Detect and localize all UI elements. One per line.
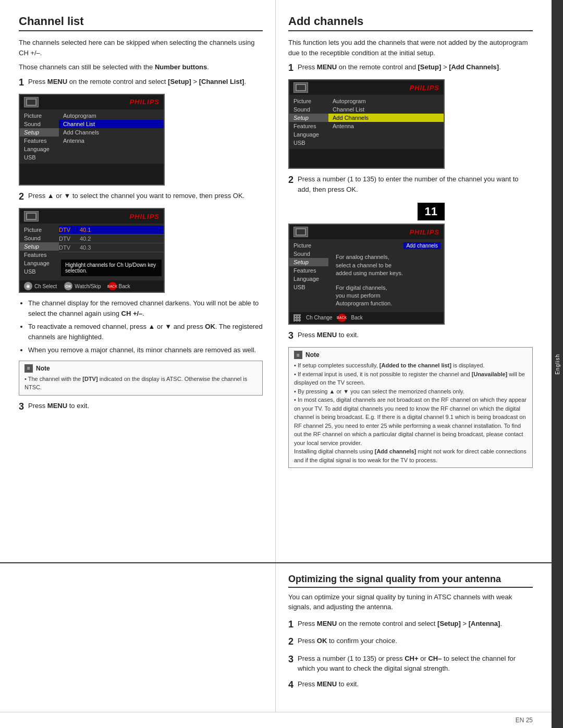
tv-icon-1 <box>24 97 39 107</box>
ch-select-label: Ch Select <box>34 283 57 289</box>
back-label-1: Back <box>119 283 130 289</box>
opt-step1: 1 Press MENU on the remote control and s… <box>288 619 533 631</box>
tv-menu-add-2: Picture Sound Setup Features Language US… <box>289 239 444 312</box>
add2-menu-language: Language <box>289 275 328 283</box>
opt-step2: 2 Press OK to confirm your choice. <box>288 636 533 648</box>
note-header-2: ≡ Note <box>294 351 527 359</box>
opt-step4: 4 Press MENU to exit. <box>288 679 533 691</box>
menu-item-features-2: Features <box>20 251 59 259</box>
two-columns: Channel list The channels selected here … <box>0 0 552 562</box>
add2-menu-sound: Sound <box>289 250 328 258</box>
tv-icon-2 <box>24 211 39 221</box>
tv-screen-add-1: PHILIPS Picture Sound Setup Features Lan… <box>288 79 445 169</box>
svg-rect-5 <box>297 85 305 90</box>
tv-menu-add-1: Picture Sound Setup Features Language US… <box>289 95 444 149</box>
add-menu-sound: Sound <box>289 105 328 114</box>
philips-logo-add-1: PHILIPS <box>409 84 439 92</box>
philips-logo-add-2: PHILIPS <box>409 228 439 236</box>
note-text-2: • If setup completes successfully, [Adde… <box>294 361 527 464</box>
step1-block: 1 Press MENU on the remote control and s… <box>19 77 263 89</box>
note-label-1: Note <box>36 365 50 372</box>
menu-item-setup-1: Setup <box>20 128 59 137</box>
step3-block-left: 3 Press MENU to exit. <box>19 401 263 413</box>
add-step1-text: Press MENU on the remote control and [Se… <box>298 62 533 72</box>
add-right-antenna: Antenna <box>328 122 444 130</box>
note-header-1: ≡ Note <box>25 364 257 373</box>
tv-screen-add-2: PHILIPS Picture Sound Setup Features Lan… <box>288 224 445 324</box>
optimize-intro: You can optimize your signal quality by … <box>288 592 533 612</box>
add-channels-intro: This function lets you add the channels … <box>288 38 533 58</box>
bullet-2: To reactivate a removed channel, press ▲… <box>28 322 263 342</box>
dtv-num-1: 40.1 <box>80 227 91 233</box>
add-step2-block: 2 Press a number (1 to 135) to enter the… <box>288 174 533 194</box>
tv-icon-add-1 <box>293 82 308 93</box>
channel-list-intro2: Those channels can still be selected wit… <box>19 62 263 72</box>
menu-item-usb-1: USB <box>20 153 59 162</box>
ch-change-label: Ch Change <box>306 315 333 320</box>
menu-item-picture-1: Picture <box>20 112 59 120</box>
right-autoprogram-1: Autoprogram <box>59 112 164 120</box>
main-content: Channel list The channels selected here … <box>0 0 552 728</box>
menu-item-sound-2: Sound <box>20 234 59 242</box>
menu-item-features-1: Features <box>20 137 59 145</box>
step1-text: Press MENU on the remote control and sel… <box>28 77 263 87</box>
note-icon-1: ≡ <box>25 364 33 373</box>
add-menu-picture: Picture <box>289 97 328 105</box>
menu-item-language-2: Language <box>20 259 59 267</box>
svg-rect-1 <box>27 100 35 105</box>
opt-step4-num: 4 <box>288 679 293 691</box>
add-menu-features: Features <box>289 122 328 130</box>
svg-rect-7 <box>297 229 305 235</box>
dtv-num-3: 40.3 <box>80 244 91 251</box>
step2-block: 2 Press ▲ or ▼ to select the channel you… <box>19 191 263 203</box>
note-label-2: Note <box>305 351 320 359</box>
channel-list-note: ≡ Note • The channel with the [DTV] indi… <box>19 361 263 396</box>
add-step3-text: Press MENU to exit. <box>298 330 533 340</box>
circle-icon: ◉ <box>24 282 32 290</box>
opt-step3-num: 3 <box>288 653 293 665</box>
dtv-num-2: 40.2 <box>80 236 91 242</box>
tv-menu-left-2: Picture Sound Setup Features Language US… <box>20 224 59 280</box>
add2-menu-usb: USB <box>289 283 328 291</box>
add-right-autoprogram: Autoprogram <box>328 97 444 105</box>
add-menu-language: Language <box>289 130 328 139</box>
add-channels-title: Add channels <box>288 15 533 31</box>
dtv-row-2: DTV 40.2 <box>59 235 164 243</box>
back-label-2: Back <box>351 315 363 320</box>
tv-menu-2: Picture Sound Setup Features Language US… <box>20 224 164 280</box>
add-step3-num: 3 <box>288 330 293 342</box>
page-number: EN 25 <box>516 717 533 724</box>
back-icon-1: BACK <box>108 282 117 290</box>
dtv-label-3: DTV <box>59 244 80 251</box>
add2-menu-picture: Picture <box>289 241 328 250</box>
opt-step3-text: Press a number (1 to 135) or press CH+ o… <box>298 653 533 674</box>
dtv-row-3: DTV 40.3 <box>59 243 164 252</box>
dtv-label-1: DTV <box>59 227 80 233</box>
tv-screen-2-header: PHILIPS <box>20 209 164 224</box>
menu-item-setup-2: Setup <box>20 242 59 251</box>
add-right-addchannels: Add Channels <box>328 114 444 122</box>
tv-screen-add-2-header: PHILIPS <box>289 225 444 239</box>
optimize-left <box>0 563 276 712</box>
tv-menu-right-add-1: Autoprogram Channel List Add Channels An… <box>328 95 444 149</box>
tv-screen-2: PHILIPS Picture Sound Setup Features Lan… <box>19 208 165 293</box>
side-tab: English <box>552 0 563 728</box>
opt-step1-text: Press MENU on the remote control and sel… <box>298 619 533 629</box>
dtv-row-1: DTV 40.1 <box>59 226 164 235</box>
opt-step2-text: Press OK to confirm your choice. <box>298 636 533 646</box>
tv-menu-right-1: Autoprogram Channel List Add Channels An… <box>59 109 164 164</box>
channel-list-intro1: The channels selected here can be skippe… <box>19 38 263 58</box>
opt-step1-num: 1 <box>288 619 293 631</box>
ch-select-btn: ◉ Ch Select <box>24 282 57 290</box>
tv-menu-right-2: DTV 40.1 DTV 40.2 DTV 40.3 <box>59 224 164 280</box>
tv-icon-add-2 <box>293 227 308 237</box>
watch-skip-label: Watch/Skip <box>75 283 101 289</box>
add-step1-block: 1 Press MENU on the remote control and [… <box>288 62 533 74</box>
back-icon-2: BACK <box>338 314 346 322</box>
add-menu-usb: USB <box>289 139 328 147</box>
add-channels-section: Add channels This function lets you add … <box>276 0 552 562</box>
menu-item-language-1: Language <box>20 145 59 153</box>
add-step2-text: Press a number (1 to 135) to enter the n… <box>298 174 533 194</box>
number-display-11: 11 <box>418 203 445 220</box>
step3-text-left: Press MENU to exit. <box>28 401 263 411</box>
